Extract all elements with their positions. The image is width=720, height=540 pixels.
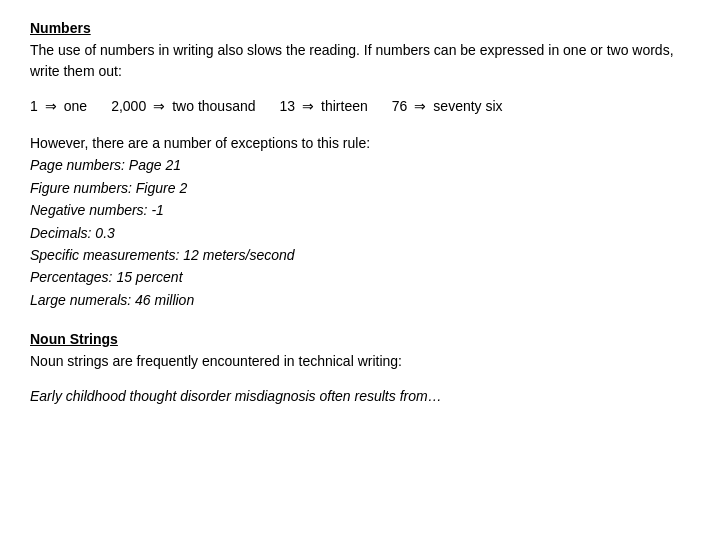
example-4-arrow: ⇒ xyxy=(414,98,426,114)
example-1: 1 ⇒ one xyxy=(30,98,87,114)
exception-page-numbers: Page numbers: Page 21 xyxy=(30,154,690,176)
example-4-num: 76 xyxy=(392,98,408,114)
numbers-title: Numbers xyxy=(30,20,690,36)
noun-strings-example: Early childhood thought disorder misdiag… xyxy=(30,388,690,404)
example-2-word: two thousand xyxy=(172,98,255,114)
numbers-intro: The use of numbers in writing also slows… xyxy=(30,40,690,82)
example-3-arrow: ⇒ xyxy=(302,98,314,114)
exceptions-header: However, there are a number of exception… xyxy=(30,132,690,154)
exception-large-numerals: Large numerals: 46 million xyxy=(30,289,690,311)
exception-decimals: Decimals: 0.3 xyxy=(30,222,690,244)
example-4-word: seventy six xyxy=(433,98,502,114)
noun-section: Noun Strings Noun strings are frequently… xyxy=(30,331,690,404)
noun-strings-title: Noun Strings xyxy=(30,331,690,347)
example-3: 13 ⇒ thirteen xyxy=(280,98,368,114)
example-3-word: thirteen xyxy=(321,98,368,114)
example-1-arrow: ⇒ xyxy=(45,98,57,114)
example-1-num: 1 xyxy=(30,98,38,114)
example-2-arrow: ⇒ xyxy=(153,98,165,114)
exception-specific-measurements: Specific measurements: 12 meters/second xyxy=(30,244,690,266)
exception-negative-numbers: Negative numbers: -1 xyxy=(30,199,690,221)
example-3-num: 13 xyxy=(280,98,296,114)
numbers-section: Numbers The use of numbers in writing al… xyxy=(30,20,690,311)
example-4: 76 ⇒ seventy six xyxy=(392,98,503,114)
page-container: Numbers The use of numbers in writing al… xyxy=(0,0,720,424)
exceptions-block: However, there are a number of exception… xyxy=(30,132,690,311)
example-2: 2,000 ⇒ two thousand xyxy=(111,98,255,114)
noun-strings-intro: Noun strings are frequently encountered … xyxy=(30,351,690,372)
examples-row: 1 ⇒ one 2,000 ⇒ two thousand 13 ⇒ thirte… xyxy=(30,98,690,114)
exception-figure-numbers: Figure numbers: Figure 2 xyxy=(30,177,690,199)
example-1-word: one xyxy=(64,98,87,114)
exception-percentages: Percentages: 15 percent xyxy=(30,266,690,288)
example-2-num: 2,000 xyxy=(111,98,146,114)
